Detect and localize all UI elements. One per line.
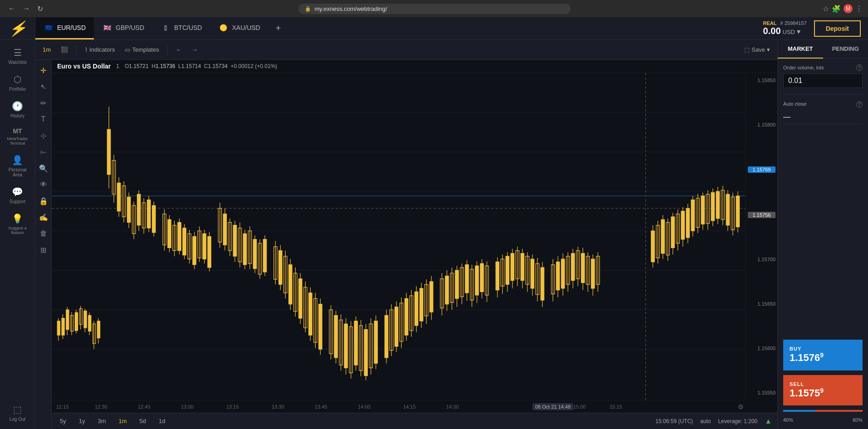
tab-eurusd[interactable]: 🇪🇺EUR/USD <box>35 17 94 39</box>
price-level-7: 1.15600 <box>748 346 775 351</box>
timeframe-button[interactable]: 1m <box>39 44 54 55</box>
account-type: REAL <box>763 20 777 26</box>
volume-help-icon[interactable]: ? <box>856 64 863 71</box>
balance-dropdown-icon[interactable]: ▾ <box>797 27 800 36</box>
tab-gbpusd[interactable]: 🇬🇧GBP/USD <box>94 17 152 39</box>
tf-1m[interactable]: 1m <box>116 417 130 425</box>
extensions-icon[interactable]: 🧩 <box>832 5 841 13</box>
sidebar-item-mt[interactable]: MT MetaTrader Terminal <box>2 124 34 149</box>
sidebar-item-personal[interactable]: 👤 Personal Area <box>2 151 34 181</box>
text-tool[interactable]: T <box>37 112 50 126</box>
buy-sell-bar <box>783 410 863 412</box>
portfolio-icon: ⬡ <box>14 74 21 85</box>
sidebar-item-suggest[interactable]: 💡 Suggest a feature <box>2 210 34 239</box>
time-1415: 14:15 <box>403 404 416 410</box>
chart-with-tools: ✛ ↖ ✏ T ⊹ ⟜ 🔍 👁 🔒 ✍ 🗑 ⊞ Euro vs US Dolla… <box>35 60 777 429</box>
add-tab-button[interactable]: + <box>268 17 288 39</box>
trash-tool[interactable]: 🗑 <box>37 227 50 240</box>
lock-tool[interactable]: 🔒 <box>37 194 50 208</box>
history-icon: 🕐 <box>12 101 23 112</box>
suggest-label: Suggest a feature <box>5 226 31 235</box>
profile-icon[interactable]: M <box>844 4 853 13</box>
bottom-bar: 5y 1y 3m 1m 5d 1d 15:06:59 (UTC) auto Le… <box>52 413 777 429</box>
logo-area: ⚡ <box>0 17 35 39</box>
pencil2-tool[interactable]: ✍ <box>37 210 50 224</box>
measure-tool[interactable]: ⊹ <box>37 129 50 142</box>
autoclose-label-row: Auto close ? <box>783 101 863 107</box>
logout-label: Log Out <box>10 417 26 422</box>
tab-btcusd[interactable]: ₿BTC/USD <box>152 17 210 39</box>
tf-1y[interactable]: 1y <box>76 417 88 425</box>
autoclose-help-icon[interactable]: ? <box>856 101 863 107</box>
zoom-tool[interactable]: 🔍 <box>37 161 50 175</box>
time-1500: 15:00 <box>573 404 586 410</box>
price-level-8: 1.15550 <box>748 390 775 395</box>
sidebar-item-portfolio[interactable]: ⬡ Portfolio <box>2 70 34 95</box>
eye-tool[interactable]: 👁 <box>37 178 50 191</box>
bar-type-button[interactable]: ⬛ <box>57 44 72 55</box>
time-1515: 15:15 <box>610 404 622 410</box>
sell-button[interactable]: SELL 1.15759 <box>783 375 863 405</box>
buy-button[interactable]: BUY 1.15769 <box>783 340 863 370</box>
mt-icon: MT <box>13 127 22 135</box>
portfolio-label: Portfolio <box>9 87 26 92</box>
sidebar-item-history[interactable]: 🕐 History <box>2 97 34 122</box>
left-sidebar: ☰ Watchlist ⬡ Portfolio 🕐 History MT Met… <box>0 40 35 429</box>
watchlist-icon: ☰ <box>14 47 22 58</box>
layers-tool[interactable]: ⊞ <box>37 243 50 257</box>
order-panel: MARKET PENDING Order volume, lots ? 0.01… <box>777 40 868 429</box>
sell-direction-label: SELL <box>790 381 804 387</box>
undo-button[interactable]: ← <box>172 44 185 55</box>
volume-label-row: Order volume, lots ? <box>783 64 863 71</box>
time-current: 08 Oct 21 14:48 <box>532 403 573 410</box>
price-level-6: 1.15650 <box>748 301 775 307</box>
browser-nav[interactable]: ← → ↻ <box>5 4 46 14</box>
volume-value[interactable]: 0.01 <box>783 73 863 88</box>
tf-1d[interactable]: 1d <box>156 417 168 425</box>
reload-button[interactable]: ↻ <box>34 4 46 14</box>
time-1400: 14:00 <box>358 404 371 410</box>
flag-xauusd: 🟡 <box>218 23 228 33</box>
svg-rect-20 <box>79 309 82 325</box>
star-icon[interactable]: ☆ <box>823 5 829 13</box>
cursor-tool[interactable]: ↖ <box>37 80 50 93</box>
indicators-button[interactable]: ⌇ Indicators <box>81 44 118 55</box>
history-label: History <box>10 113 24 118</box>
sidebar-item-support[interactable]: 💬 Support <box>2 183 34 208</box>
chart-canvas[interactable]: 1.15850 1.15800 1.15769 1.15756 1.15700 … <box>52 73 777 413</box>
tab-pending[interactable]: PENDING <box>823 40 868 58</box>
chart-ohlc: O1.15721 H1.15736 L1.15714 C1.15734 +0.0… <box>125 63 277 69</box>
templates-icon: ▭ <box>125 46 130 53</box>
forward-button[interactable]: → <box>20 4 33 14</box>
tab-market[interactable]: MARKET <box>778 40 823 58</box>
templates-button[interactable]: ▭ Templates <box>121 44 162 55</box>
toolbar-separator-1 <box>76 44 77 55</box>
settings-icon[interactable]: ⚙ <box>738 403 744 410</box>
tab-label-gbpusd: GBP/USD <box>116 24 144 31</box>
redo-button[interactable]: → <box>188 44 201 55</box>
address-bar[interactable]: 🔒 my.exness.com/webtrading/ <box>298 4 571 14</box>
tf-3m[interactable]: 3m <box>95 417 108 425</box>
fibonacci-tool[interactable]: ⟜ <box>37 145 50 159</box>
deposit-button[interactable]: Deposit <box>814 20 861 37</box>
personal-icon: 👤 <box>12 155 23 166</box>
tab-xauusd[interactable]: 🟡XAU/USD <box>210 17 268 39</box>
svg-rect-28 <box>97 321 100 338</box>
save-button[interactable]: ⬚ Save ▾ <box>741 44 774 55</box>
tf-5d[interactable]: 5d <box>137 417 149 425</box>
price-axis: 1.15850 1.15800 1.15769 1.15756 1.15700 … <box>746 73 777 400</box>
time-1300: 13:00 <box>181 404 194 410</box>
menu-icon[interactable]: ⋮ <box>855 5 863 13</box>
autoclose-section: Auto close ? — <box>783 101 863 124</box>
back-button[interactable]: ← <box>5 4 18 14</box>
tf-5y[interactable]: 5y <box>57 417 69 425</box>
logout-icon: ⬚ <box>13 404 22 415</box>
sidebar-item-watchlist[interactable]: ☰ Watchlist <box>2 44 34 68</box>
time-1215: 12:15 <box>56 404 69 410</box>
sidebar-item-logout[interactable]: ⬚ Log Out <box>2 400 34 425</box>
crosshair-tool[interactable]: ✛ <box>37 63 50 77</box>
price-level-1: 1.15850 <box>748 78 775 83</box>
pen-tool[interactable]: ✏ <box>37 96 50 110</box>
indicators-icon: ⌇ <box>85 46 88 53</box>
bottom-right: 15:06:59 (UTC) auto Leverage: 1:200 ▲ <box>655 417 772 425</box>
